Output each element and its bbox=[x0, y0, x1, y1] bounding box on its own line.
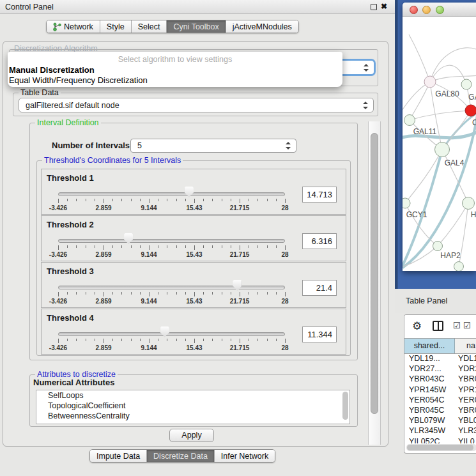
threshold-label: Threshold 3 bbox=[47, 266, 94, 276]
slider-track[interactable] bbox=[58, 192, 285, 196]
slider-tick-labels: -3.4262.8599.14415.4321.71528 bbox=[58, 298, 285, 305]
top-tab-bar: Network Style Select Cyni Toolbox jActiv… bbox=[46, 20, 299, 33]
slider-ticks bbox=[58, 199, 285, 204]
table-row[interactable]: YBR043CYBR0 bbox=[404, 374, 476, 385]
threshold-value-field[interactable]: 11.344 bbox=[302, 326, 337, 342]
tick-mark bbox=[86, 339, 86, 341]
network-edge[interactable] bbox=[410, 111, 471, 120]
cell-name: YIL0 bbox=[458, 437, 475, 444]
column-header-name[interactable]: na bbox=[455, 339, 476, 353]
scrollbar-thumb[interactable] bbox=[371, 133, 378, 414]
network-canvas[interactable]: GAL80GAGAL11GAL4GCY1HHAP2C bbox=[403, 17, 476, 271]
tab-jactivemnodules[interactable]: jActiveMNodules bbox=[226, 20, 298, 33]
table-row[interactable]: YBL079WYBL0 bbox=[404, 416, 476, 426]
tick-mark bbox=[95, 245, 95, 248]
network-node[interactable] bbox=[465, 105, 476, 116]
network-node[interactable] bbox=[424, 76, 436, 88]
list-item[interactable]: BetweennessCentrality bbox=[36, 411, 349, 421]
cell-shared-name: YBL079W bbox=[409, 416, 445, 425]
table-row[interactable]: YER054CYER0 bbox=[404, 395, 476, 406]
popup-placeholder-item[interactable]: Select algorithm to view settings bbox=[8, 54, 342, 65]
cell-name: YER0 bbox=[458, 395, 476, 404]
minimize-traffic-light-icon[interactable] bbox=[422, 6, 431, 14]
checkbox-icon[interactable]: ☑ bbox=[453, 321, 461, 330]
tick-mark bbox=[249, 339, 249, 341]
tab-network[interactable]: Network bbox=[47, 20, 100, 33]
tick-mark bbox=[257, 199, 258, 201]
network-node[interactable] bbox=[454, 262, 464, 272]
table-row[interactable]: YBR045CYBR0 bbox=[404, 406, 476, 416]
list-item[interactable]: SelfLoops bbox=[36, 390, 349, 401]
tab-cyni-toolbox[interactable]: Cyni Toolbox bbox=[167, 20, 226, 33]
popup-item-manual-discretization[interactable]: Manual Discretization bbox=[8, 65, 342, 75]
tick-mark bbox=[240, 199, 240, 203]
table-row[interactable]: YLR345WYLR3 bbox=[404, 426, 476, 436]
slider-track[interactable] bbox=[58, 332, 285, 336]
tick-label: 15.43 bbox=[186, 298, 202, 305]
tick-mark bbox=[167, 199, 167, 201]
table-row[interactable]: YDL19...YDL1 bbox=[404, 354, 476, 364]
number-of-intervals-spinner[interactable]: 5 bbox=[130, 139, 296, 153]
table-row[interactable]: YPR145WYPR1 bbox=[404, 385, 476, 395]
tab-style[interactable]: Style bbox=[100, 20, 132, 33]
scrollbar-thumb[interactable] bbox=[407, 445, 473, 450]
tick-mark bbox=[203, 339, 204, 341]
table-horizontal-scrollbar[interactable] bbox=[406, 444, 476, 451]
network-edge[interactable] bbox=[409, 35, 430, 82]
network-node[interactable] bbox=[463, 197, 475, 210]
table-row[interactable]: YDR27...YDR2 bbox=[404, 364, 476, 374]
threshold-value-field[interactable]: 6.316 bbox=[302, 233, 337, 249]
threshold-value-field[interactable]: 21.4 bbox=[302, 280, 337, 296]
network-node[interactable] bbox=[433, 242, 443, 251]
numerical-attributes-list[interactable]: SelfLoopsTopologicalCoefficientBetweenne… bbox=[36, 390, 350, 424]
threshold-value-field[interactable]: 14.713 bbox=[302, 187, 337, 203]
tick-mark bbox=[231, 245, 231, 248]
columns-icon[interactable] bbox=[433, 321, 443, 331]
list-scrollbar[interactable] bbox=[342, 392, 348, 420]
slider-ticks bbox=[58, 245, 285, 250]
table-data-combobox[interactable]: galFiltered.sif default node bbox=[19, 98, 374, 112]
gear-icon[interactable]: ⚙ bbox=[412, 319, 422, 333]
tick-mark bbox=[249, 292, 249, 295]
tick-mark bbox=[203, 245, 204, 248]
threshold-label: Threshold 1 bbox=[47, 173, 94, 183]
network-node[interactable] bbox=[461, 79, 472, 89]
popup-item-equal-width-frequency[interactable]: Equal Width/Frequency Discretization bbox=[8, 75, 342, 86]
tab-discretize-data[interactable]: Discretize Data bbox=[147, 450, 215, 462]
column-header-shared[interactable]: shared... bbox=[404, 339, 455, 353]
tick-label: 9.144 bbox=[141, 251, 157, 258]
tab-impute-data[interactable]: Impute Data bbox=[90, 450, 147, 462]
tab-select[interactable]: Select bbox=[132, 20, 167, 33]
close-icon[interactable]: ✖ bbox=[381, 2, 387, 11]
tick-mark bbox=[112, 199, 113, 201]
list-item[interactable]: TopologicalCoefficient bbox=[36, 401, 349, 411]
threshold-label: Threshold 2 bbox=[47, 220, 94, 229]
float-window-icon[interactable] bbox=[371, 4, 377, 10]
table-row[interactable]: YIL052CYIL0 bbox=[404, 437, 476, 444]
tick-mark bbox=[140, 245, 141, 248]
slider-ticks bbox=[58, 292, 285, 297]
network-window-titlebar bbox=[403, 3, 476, 17]
zoom-traffic-light-icon[interactable] bbox=[436, 6, 444, 14]
thresholds-legend: Threshold's Coordinates for 5 Intervals bbox=[42, 156, 183, 165]
apply-button[interactable]: Apply bbox=[169, 429, 214, 442]
slider-track[interactable] bbox=[58, 286, 285, 289]
interval-definition-group: Interval Definition Number of Intervals … bbox=[29, 123, 358, 360]
node-label: H bbox=[471, 210, 476, 219]
panel-vertical-scrollbar[interactable] bbox=[368, 121, 381, 445]
close-traffic-light-icon[interactable] bbox=[410, 6, 418, 14]
network-edge[interactable] bbox=[442, 150, 468, 203]
network-icon bbox=[53, 22, 61, 31]
network-node[interactable] bbox=[435, 142, 450, 157]
checkbox-icon[interactable]: ☑ bbox=[463, 321, 471, 330]
network-edge[interactable] bbox=[405, 150, 442, 203]
tab-infer-network[interactable]: Infer Network bbox=[215, 450, 275, 462]
network-node[interactable] bbox=[404, 115, 415, 126]
tick-mark bbox=[176, 199, 177, 201]
network-edge[interactable] bbox=[410, 82, 430, 120]
tick-mark bbox=[249, 199, 249, 201]
network-node[interactable] bbox=[403, 198, 410, 208]
node-label: GA bbox=[468, 93, 476, 102]
tick-mark bbox=[67, 339, 68, 341]
slider-track[interactable] bbox=[58, 239, 285, 243]
